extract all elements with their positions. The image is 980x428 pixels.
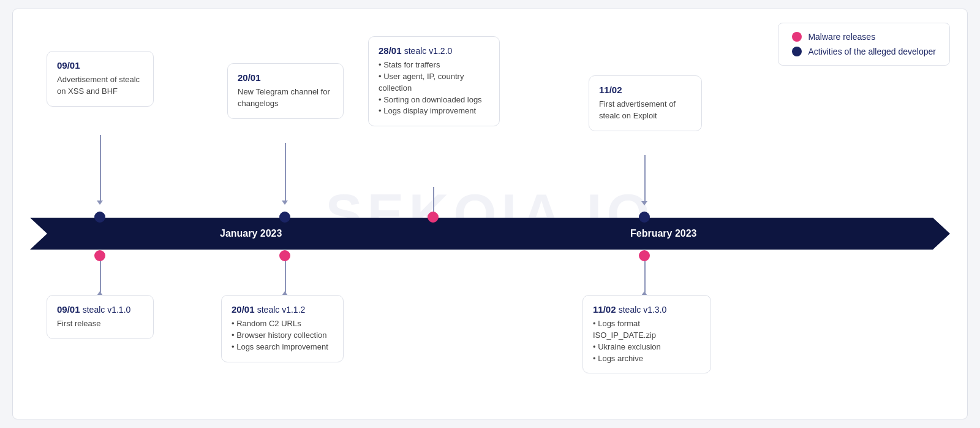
jan-label: January 2023 [220, 228, 282, 239]
developer-dot-icon [792, 47, 802, 56]
timeline-area: January 2023 February 2023 [13, 218, 967, 250]
malware-dot-icon [792, 32, 802, 42]
timeline-bar: January 2023 February 2023 [30, 218, 950, 250]
card-0901-below: 09/01 stealc v1.1.0 First release [47, 295, 154, 339]
card-1102-below-body: Logs format ISO_IP_DATE.zip Ukraine excl… [593, 318, 701, 364]
card-2801-body: Stats for traffers User agent, IP, count… [379, 59, 489, 117]
dot-1102-below [639, 250, 650, 261]
dot-2801 [428, 212, 439, 223]
card-2801: 28/01 stealc v1.2.0 Stats for traffers U… [368, 36, 500, 126]
card-2801-title: 28/01 stealc v1.2.0 [379, 45, 489, 56]
line-0901-below [100, 261, 101, 292]
line-2801 [433, 187, 434, 214]
arrow-1102-above [641, 201, 647, 205]
card-1102-above-title: 11/02 [599, 85, 692, 95]
card-2001-above-title: 20/01 [238, 72, 333, 83]
legend: Malware releases Activities of the alleg… [778, 23, 950, 66]
main-container: SEKOIA.IO Malware releases Activities of… [12, 9, 968, 419]
line-2001-below [285, 261, 286, 292]
line-1102-above [644, 155, 646, 202]
feb-label: February 2023 [630, 228, 697, 239]
card-2001-below: 20/01 stealc v1.1.2 Random C2 URLs Brows… [221, 295, 344, 362]
card-0901-below-title: 09/01 stealc v1.1.0 [57, 304, 143, 315]
line-2001-above [285, 143, 286, 202]
arrow-0901-above [97, 201, 103, 205]
dot-0901-below [94, 250, 105, 261]
card-0901-above: 09/01 Advertisement of stealc on XSS and… [47, 51, 154, 107]
legend-developer-label: Activities of the alleged developer [808, 47, 936, 56]
legend-item-developer: Activities of the alleged developer [792, 47, 936, 56]
legend-malware-label: Malware releases [808, 32, 875, 42]
card-0901-below-body: First release [57, 318, 143, 330]
card-1102-below-title: 11/02 stealc v1.3.0 [593, 304, 701, 315]
card-2001-above: 20/01 New Telegram channel for changelog… [227, 63, 344, 119]
dot-2001-below [279, 250, 290, 261]
card-1102-below: 11/02 stealc v1.3.0 Logs format ISO_IP_D… [582, 295, 711, 373]
line-0901-above [100, 135, 101, 202]
card-2001-below-title: 20/01 stealc v1.1.2 [232, 304, 333, 315]
line-1102-below [644, 261, 646, 292]
arrow-2001-above [282, 201, 288, 205]
legend-item-malware: Malware releases [792, 32, 936, 42]
dot-1102-above [639, 212, 650, 223]
card-0901-above-title: 09/01 [57, 60, 143, 71]
card-1102-above: 11/02 First advertisement of stealc on E… [589, 75, 702, 131]
card-1102-above-body: First advertisement of stealc on Exploit [599, 99, 692, 122]
card-0901-above-body: Advertisement of stealc on XSS and BHF [57, 74, 143, 97]
card-2001-above-body: New Telegram channel for changelogs [238, 86, 333, 110]
card-2001-below-body: Random C2 URLs Browser history collectio… [232, 318, 333, 353]
dot-2001-above [279, 212, 290, 223]
dot-0901-above [94, 212, 105, 223]
